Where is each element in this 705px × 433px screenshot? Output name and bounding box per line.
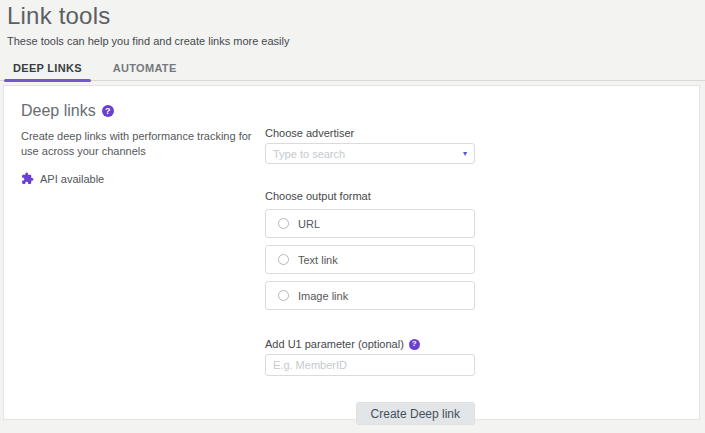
tab-automate[interactable]: AUTOMATE <box>104 56 186 80</box>
section-description: Create deep links with performance track… <box>21 129 259 159</box>
u1-help-icon[interactable]: ? <box>409 339 420 350</box>
radio-image-link-label: Image link <box>298 290 348 302</box>
u1-parameter-input[interactable] <box>265 354 475 376</box>
deep-links-panel: Deep links ? Create deep links with perf… <box>3 85 700 420</box>
page-subtitle: These tools can help you find and create… <box>7 35 290 47</box>
help-icon[interactable]: ? <box>102 105 114 117</box>
tab-deep-links-label: DEEP LINKS <box>13 62 82 74</box>
radio-text-link[interactable] <box>278 254 289 265</box>
output-option-image-link[interactable]: Image link <box>265 281 475 310</box>
output-format-label: Choose output format <box>265 190 475 202</box>
radio-text-link-label: Text link <box>298 254 338 266</box>
advertiser-select[interactable]: ▾ <box>265 143 475 164</box>
api-available-label: API available <box>40 173 104 185</box>
deep-links-intro: Deep links ? Create deep links with perf… <box>21 102 261 185</box>
tab-deep-links[interactable]: DEEP LINKS <box>4 56 91 80</box>
advertiser-label: Choose advertiser <box>265 127 475 139</box>
output-option-url[interactable]: URL <box>265 209 475 238</box>
submit-row: Create Deep link <box>265 402 475 425</box>
link-tools-page: Link tools These tools can help you find… <box>0 0 705 433</box>
deep-link-form: Choose advertiser ▾ Choose output format… <box>265 86 475 425</box>
output-option-text-link[interactable]: Text link <box>265 245 475 274</box>
radio-image-link[interactable] <box>278 290 289 301</box>
section-heading-text: Deep links <box>21 102 96 120</box>
api-available-row: API available <box>21 172 261 185</box>
create-deep-link-button[interactable]: Create Deep link <box>356 402 475 425</box>
page-title: Link tools <box>7 2 110 30</box>
radio-url[interactable] <box>278 218 289 229</box>
tab-automate-label: AUTOMATE <box>113 62 177 74</box>
radio-url-label: URL <box>298 218 320 230</box>
puzzle-piece-icon <box>21 172 34 185</box>
tab-bar: DEEP LINKS AUTOMATE <box>0 57 705 81</box>
u1-parameter-label-text: Add U1 parameter (optional) <box>265 338 404 350</box>
advertiser-search-input[interactable] <box>266 145 474 164</box>
section-heading: Deep links ? <box>21 102 261 120</box>
u1-parameter-label: Add U1 parameter (optional) ? <box>265 338 475 350</box>
